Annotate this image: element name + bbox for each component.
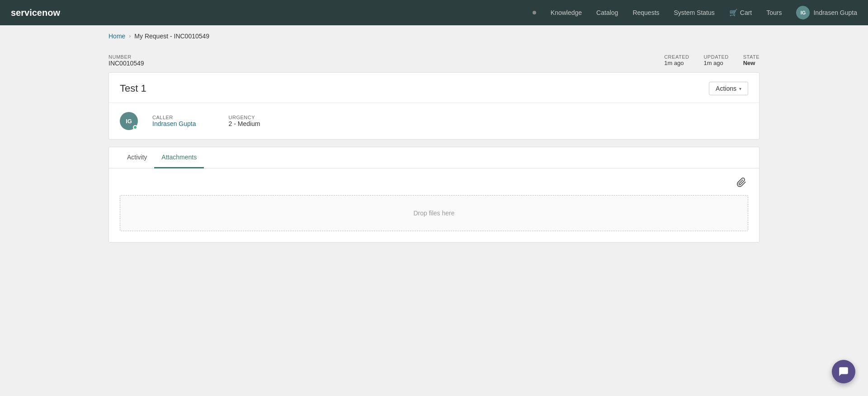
tab-activity[interactable]: Activity xyxy=(120,147,154,168)
breadcrumb-home-link[interactable]: Home xyxy=(108,33,125,40)
navbar-tours-link[interactable]: Tours xyxy=(766,9,782,16)
state-value: New xyxy=(743,60,760,66)
drop-zone[interactable]: Drop files here xyxy=(120,195,748,231)
updated-value: 1m ago xyxy=(703,60,728,66)
created-label: Created xyxy=(664,54,689,60)
created-value: 1m ago xyxy=(664,60,689,66)
number-label: Number xyxy=(108,54,144,60)
cart-label: Cart xyxy=(740,9,752,16)
tab-content-attachments: Drop files here xyxy=(109,168,759,242)
urgency-value: 2 - Medium xyxy=(229,120,260,127)
paperclip-icon xyxy=(736,177,746,187)
updated-label: Updated xyxy=(703,54,728,60)
urgency-info: Urgency 2 - Medium xyxy=(229,115,260,127)
record-header: Number INC0010549 Created 1m ago Updated… xyxy=(108,47,760,72)
navbar-user[interactable]: IG Indrasen Gupta xyxy=(796,6,857,19)
state-meta: State New xyxy=(743,54,760,66)
main-content: Number INC0010549 Created 1m ago Updated… xyxy=(0,47,868,261)
tabs-header: Activity Attachments xyxy=(109,147,759,168)
navbar: servicenow. Knowledge Catalog Requests S… xyxy=(0,0,868,25)
incident-card-body: IG Caller Indrasen Gupta Urgency 2 - Med… xyxy=(109,103,759,139)
breadcrumb-chevron-icon: › xyxy=(129,33,131,39)
navbar-dot-icon xyxy=(533,11,536,14)
online-status-dot xyxy=(133,125,137,130)
breadcrumb: Home › My Request - INC0010549 xyxy=(0,25,868,47)
caller-label: Caller xyxy=(152,115,196,120)
updated-meta: Updated 1m ago xyxy=(703,54,728,66)
cart-icon: 🛒 xyxy=(729,9,738,17)
incident-title: Test 1 xyxy=(120,83,146,94)
caller-name-link[interactable]: Indrasen Gupta xyxy=(152,120,196,127)
number-value: INC0010549 xyxy=(108,60,144,67)
navbar-knowledge-link[interactable]: Knowledge xyxy=(551,9,582,16)
state-label: State xyxy=(743,54,760,60)
incident-card: Test 1 Actions ▾ IG Caller Indrasen Gupt… xyxy=(108,72,760,140)
logo[interactable]: servicenow. xyxy=(11,8,61,18)
navbar-system-status-link[interactable]: System Status xyxy=(674,9,715,16)
caller-info: Caller Indrasen Gupta xyxy=(152,115,196,127)
incident-card-header: Test 1 Actions ▾ xyxy=(109,73,759,103)
navbar-requests-link[interactable]: Requests xyxy=(632,9,659,16)
record-meta-right: Created 1m ago Updated 1m ago State New xyxy=(664,54,760,66)
record-meta-left: Number INC0010549 xyxy=(108,54,144,67)
drop-zone-text: Drop files here xyxy=(413,210,454,217)
navbar-avatar: IG xyxy=(796,6,810,19)
attach-file-button[interactable] xyxy=(735,176,748,191)
navbar-cart-link[interactable]: 🛒 Cart xyxy=(729,9,752,17)
actions-caret-icon: ▾ xyxy=(739,86,741,91)
attachment-toolbar xyxy=(120,176,748,195)
tabs-card: Activity Attachments Drop files here xyxy=(108,147,760,242)
navbar-user-name: Indrasen Gupta xyxy=(813,9,857,16)
logo-dot: . xyxy=(61,11,61,15)
breadcrumb-current-page: My Request - INC0010549 xyxy=(134,33,209,40)
logo-now-text: now xyxy=(42,8,60,18)
caller-avatar-wrap: IG xyxy=(120,112,138,130)
logo-service-text: service xyxy=(11,8,42,18)
navbar-catalog-link[interactable]: Catalog xyxy=(596,9,618,16)
urgency-label: Urgency xyxy=(229,115,260,120)
tab-attachments[interactable]: Attachments xyxy=(154,147,204,168)
created-meta: Created 1m ago xyxy=(664,54,689,66)
actions-button[interactable]: Actions ▾ xyxy=(709,82,748,95)
